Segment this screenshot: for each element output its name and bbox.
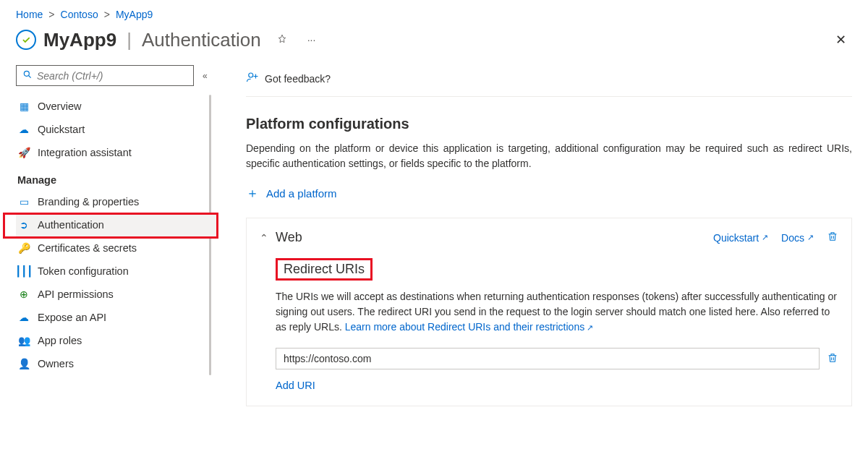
sidebar-item-label: Certificates & secrets <box>38 242 137 254</box>
add-platform-button[interactable]: ＋ Add a platform <box>246 184 852 202</box>
api-perm-icon: ⊕ <box>17 288 30 300</box>
sidebar-item-label: Owners <box>38 358 74 369</box>
sidebar-item-label: Overview <box>38 101 81 112</box>
page-title-app: MyApp9 <box>43 29 116 51</box>
cloud-icon: ☁ <box>17 312 30 323</box>
redirect-uri-input[interactable] <box>276 348 820 369</box>
feedback-button[interactable]: Got feedback? <box>246 71 331 86</box>
breadcrumb-app[interactable]: MyApp9 <box>116 9 153 20</box>
branding-icon: ▭ <box>17 196 30 208</box>
token-icon: ┃┃┃ <box>17 265 30 277</box>
feedback-icon <box>246 71 259 86</box>
sidebar-item-label: Integration assistant <box>38 147 132 158</box>
sidebar-heading-manage: Manage <box>16 164 218 190</box>
external-link-icon: ↗ <box>807 233 814 242</box>
external-link-icon: ↗ <box>584 323 593 332</box>
close-icon[interactable]: ✕ <box>830 27 852 52</box>
sidebar-item-label: API permissions <box>38 288 114 300</box>
breadcrumb-sep: > <box>104 9 110 20</box>
redirect-uris-desc: The URIs we will accept as destinations … <box>276 289 838 335</box>
owners-icon: 👤 <box>17 358 30 369</box>
search-icon <box>22 69 33 82</box>
svg-point-1 <box>249 73 253 77</box>
sidebar-item-label: Quickstart <box>38 124 85 135</box>
sidebar-item-label: Expose an API <box>38 312 106 323</box>
sidebar-item-label: App roles <box>38 335 82 346</box>
auth-icon: ➲ <box>17 219 30 231</box>
sidebar-item-label: Authentication <box>38 219 104 231</box>
redirect-uris-heading: Redirect URIs <box>276 258 373 281</box>
breadcrumb-org[interactable]: Contoso <box>61 9 98 20</box>
delete-uri-icon[interactable] <box>827 352 838 366</box>
sidebar-item-token[interactable]: ┃┃┃ Token configuration <box>16 260 218 283</box>
docs-link[interactable]: Docs↗ <box>781 232 814 244</box>
sidebar-item-owners[interactable]: 👤 Owners <box>16 352 218 375</box>
sidebar-item-expose-api[interactable]: ☁ Expose an API <box>16 306 218 329</box>
sidebar-item-overview[interactable]: ▦ Overview <box>16 95 218 118</box>
platform-config-title: Platform configurations <box>246 116 852 132</box>
sidebar-item-certificates[interactable]: 🔑 Certificates & secrets <box>16 236 218 260</box>
sidebar: « ▦ Overview ☁ Quickstart 🚀 Integration … <box>0 65 218 449</box>
page-header: MyApp9 | Authentication ··· ✕ <box>0 25 868 65</box>
sidebar-item-app-roles[interactable]: 👥 App roles <box>16 329 218 352</box>
breadcrumb-home[interactable]: Home <box>16 9 43 20</box>
sidebar-item-api-permissions[interactable]: ⊕ API permissions <box>16 283 218 306</box>
sidebar-item-authentication[interactable]: ➲ Authentication <box>16 213 218 236</box>
add-platform-label: Add a platform <box>266 187 337 200</box>
sidebar-item-quickstart[interactable]: ☁ Quickstart <box>16 118 218 141</box>
learn-more-link[interactable]: Learn more about Redirect URIs and their… <box>345 321 594 333</box>
breadcrumb: Home > Contoso > MyApp9 <box>0 0 868 25</box>
sidebar-item-integration[interactable]: 🚀 Integration assistant <box>16 141 218 164</box>
toolbar: Got feedback? <box>246 65 852 97</box>
breadcrumb-sep: > <box>48 9 54 20</box>
platform-config-desc: Depending on the platform or device this… <box>246 141 852 171</box>
feedback-label: Got feedback? <box>265 73 331 85</box>
plus-icon: ＋ <box>246 184 259 202</box>
rocket-icon: 🚀 <box>17 147 30 158</box>
sidebar-item-branding[interactable]: ▭ Branding & properties <box>16 190 218 213</box>
more-icon[interactable]: ··· <box>303 31 320 48</box>
pin-icon[interactable] <box>273 31 292 49</box>
key-icon: 🔑 <box>17 242 30 254</box>
search-box[interactable] <box>16 65 194 86</box>
sidebar-item-label: Token configuration <box>38 265 129 277</box>
quickstart-icon: ☁ <box>17 124 30 135</box>
quickstart-link[interactable]: Quickstart↗ <box>713 232 768 244</box>
collapse-sidebar-icon[interactable]: « <box>200 68 210 84</box>
app-icon <box>16 30 36 50</box>
search-input[interactable] <box>37 70 187 82</box>
roles-icon: 👥 <box>17 335 30 346</box>
chevron-up-icon[interactable]: ⌃ <box>260 232 268 244</box>
sidebar-item-label: Branding & properties <box>38 196 139 208</box>
main-content: Got feedback? Platform configurations De… <box>218 65 868 449</box>
page-title-section: Authentication <box>142 29 261 51</box>
platform-card-web: ⌃ Web Quickstart↗ Docs↗ Redirect URIs Th… <box>246 218 852 406</box>
external-link-icon: ↗ <box>762 233 768 242</box>
platform-web-title: Web <box>276 230 302 245</box>
delete-platform-icon[interactable] <box>827 231 838 244</box>
add-uri-button[interactable]: Add URI <box>276 380 838 391</box>
page-title-sep: | <box>124 29 135 51</box>
overview-icon: ▦ <box>17 101 30 112</box>
svg-point-0 <box>24 71 29 76</box>
